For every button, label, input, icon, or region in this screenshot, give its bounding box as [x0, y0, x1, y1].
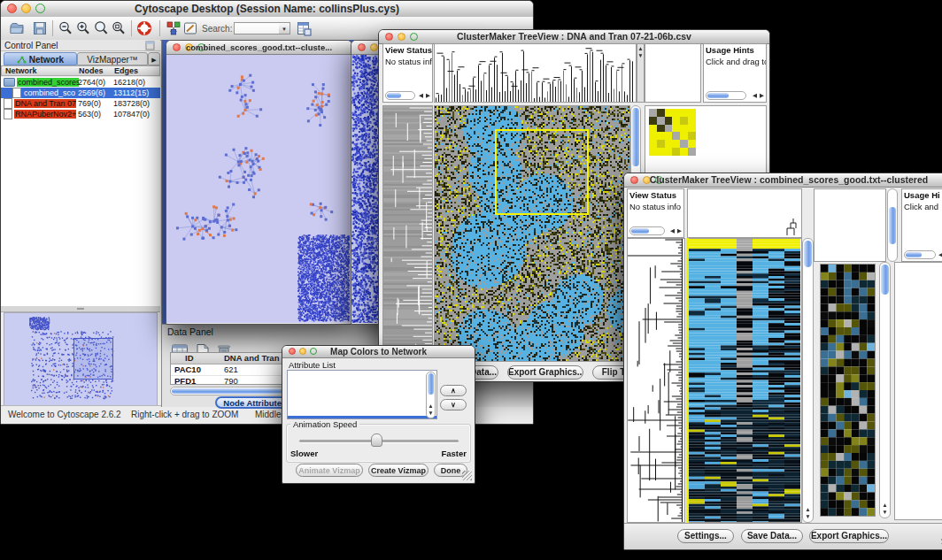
network-list-row[interactable]: DNA and Tran 07 769(0) 183728(0) [1, 98, 160, 109]
mini-heatmap-cell [649, 148, 657, 156]
panel-splitter[interactable] [1, 306, 160, 312]
desktop: { "glyphs":{"up":"▲","down":"▼","left":"… [0, 0, 942, 560]
network-overview-canvas[interactable] [4, 313, 155, 403]
mini-heatmap-cell [688, 132, 696, 140]
move-up-button[interactable]: ∧ [440, 385, 467, 396]
dialog-titlebar[interactable]: Map Colors to Network [282, 346, 475, 358]
zoom-fit-button[interactable] [111, 20, 127, 36]
annotation-icon[interactable] [182, 20, 198, 36]
network-list-row[interactable]: combined_sco 2569(6) 13112(15) [1, 88, 160, 98]
zoom-out-button[interactable] [58, 20, 73, 36]
gene-dendrogram-canvas[interactable] [628, 239, 684, 522]
network-view-titlebar[interactable]: combined_scores_good.txt--cluste... [166, 41, 351, 55]
network-canvas[interactable] [166, 55, 350, 323]
close-icon[interactable] [358, 43, 366, 51]
treeview2-window: ClusterMaker TreeView : combined_scores_… [623, 173, 942, 550]
speed-slider-thumb[interactable] [371, 433, 382, 447]
attribute-list-vscrollbar[interactable]: ▲ ▼ [426, 372, 436, 418]
tab-network[interactable]: Network [4, 52, 77, 65]
network-view-title: combined_scores_good.txt--cluste... [166, 41, 351, 54]
heatmap-canvas[interactable] [689, 239, 800, 522]
scroll-down-icon[interactable]: ▼ [880, 509, 890, 516]
open-session-button[interactable] [9, 20, 25, 36]
tv1-usage-hscrollbar[interactable] [706, 91, 746, 100]
tv2-heatmap-panel[interactable] [689, 238, 802, 523]
mini-heatmap-cell [688, 140, 696, 148]
tab-vizmapper[interactable]: VizMapper™ [77, 52, 148, 65]
scroll-down-icon[interactable]: ▼ [637, 52, 644, 59]
network-nodes-count: 769(0) [78, 99, 101, 108]
scroll-up-icon[interactable]: ▲ [803, 506, 813, 513]
gene-dendrogram-canvas[interactable] [383, 106, 432, 361]
tv2-array-dendrogram-panel[interactable] [687, 188, 802, 238]
tv2-zoom-heatmap-panel[interactable] [820, 264, 876, 517]
tv1-array-dendrogram-panel[interactable] [434, 43, 637, 103]
tv2-export-graphics-button[interactable]: Export Graphics... [809, 529, 889, 543]
zoom-heatmap-canvas[interactable] [821, 265, 875, 516]
tv1-gene-dendrogram-panel[interactable] [382, 105, 433, 362]
scroll-left-icon[interactable]: ◀ [419, 92, 423, 99]
treeview2-titlebar[interactable]: ClusterMaker TreeView : combined_scores_… [624, 173, 942, 188]
attribute-listbox[interactable]: ▲ ▼ [287, 370, 437, 419]
attribute-browser-icon[interactable] [296, 20, 312, 36]
scroll-left-icon[interactable]: ◀ [753, 92, 757, 99]
scroll-left-icon[interactable]: ◀ [670, 227, 675, 234]
zoom-selected-button[interactable] [93, 20, 109, 36]
help-lifesaver-icon[interactable] [136, 20, 152, 36]
move-down-button[interactable]: ∨ [440, 399, 467, 410]
create-vizmap-button[interactable]: Create Vizmap [368, 464, 429, 477]
scroll-right-icon[interactable]: ▶ [760, 92, 764, 99]
tv1-export-graphics-button[interactable]: Export Graphics... [507, 365, 583, 380]
network-overview-panel[interactable] [4, 312, 158, 406]
scroll-up-icon[interactable]: ▲ [427, 403, 435, 410]
scroll-down-icon[interactable]: ▼ [803, 513, 813, 520]
network-list-row[interactable]: combined_scores 2764(0) 16218(0) [1, 77, 160, 88]
scroll-right-icon[interactable]: ▶ [426, 92, 430, 99]
mini-heatmap-cell [672, 132, 680, 140]
zoom-in-button[interactable] [75, 20, 91, 36]
slower-label: Slower [290, 449, 318, 458]
heatmap-selection-box[interactable] [495, 129, 589, 215]
vizmapper-icon[interactable] [166, 20, 181, 36]
animation-speed-label: Animation Speed [290, 419, 359, 429]
tv2-labels-vscrollbar[interactable] [887, 188, 898, 262]
mini-heatmap-cell [665, 140, 673, 148]
search-input[interactable] [234, 22, 280, 35]
main-titlebar[interactable]: Cytoscape Desktop (Session Name: collins… [1, 1, 533, 18]
tv1-heatmap-panel[interactable] [434, 105, 630, 362]
minimize-icon[interactable] [370, 43, 378, 51]
scroll-right-icon[interactable]: ▶ [677, 227, 682, 234]
tv1-status-hscrollbar[interactable] [385, 91, 415, 100]
mini-heatmap-cell [672, 140, 680, 148]
network-view-window: combined_scores_good.txt--cluste... [166, 40, 352, 325]
resize-grip[interactable] [462, 471, 472, 480]
network-nodes-count: 563(0) [78, 110, 101, 119]
tv1-mini-scroll-strip[interactable]: ▲ ▼ [637, 43, 645, 103]
search-dropdown-button[interactable]: ▼ [279, 22, 290, 35]
array-dendrogram-canvas[interactable] [435, 44, 636, 102]
partially-visible-selected-item [288, 416, 436, 418]
tv2-save-data-button[interactable]: Save Data... [741, 529, 803, 543]
tv2-status-hscrollbar[interactable] [629, 226, 665, 235]
animate-vizmap-button[interactable]: Animate Vizmap [296, 464, 363, 477]
attribute-list-label: Attribute List [289, 360, 336, 370]
scroll-up-icon[interactable]: ▲ [880, 502, 890, 509]
network-edges-count: 13112(15) [113, 88, 149, 97]
treeview1-titlebar[interactable]: ClusterMaker TreeView : DNA and Tran 07-… [379, 30, 769, 44]
float-panel-icon[interactable] [145, 41, 155, 50]
scroll-up-icon[interactable]: ▲ [637, 45, 644, 52]
tv2-zoom-vscrollbar[interactable]: ▲ ▼ [879, 262, 891, 518]
scroll-left-icon[interactable]: ◀ [938, 251, 942, 258]
tv2-usage-hscrollbar[interactable] [904, 250, 936, 259]
control-panel-header: Control Panel [1, 40, 160, 51]
tv2-settings-button[interactable]: Settings... [677, 529, 734, 543]
save-session-button[interactable] [32, 20, 48, 36]
correlation-mini-heatmap[interactable] [649, 109, 696, 156]
tv2-gene-dendrogram-panel[interactable] [627, 238, 685, 523]
tv2-heatmap-vscrollbar[interactable]: ▲ ▼ [802, 238, 814, 523]
network-list-row[interactable]: RNAPuberNov2+I 563(0) 107847(0) [1, 109, 160, 119]
scroll-down-icon[interactable]: ▼ [427, 410, 435, 417]
network-row-icon [4, 78, 15, 87]
network-name: combined_sco [23, 88, 85, 97]
tab-overflow-button[interactable]: ▶ [148, 52, 160, 65]
